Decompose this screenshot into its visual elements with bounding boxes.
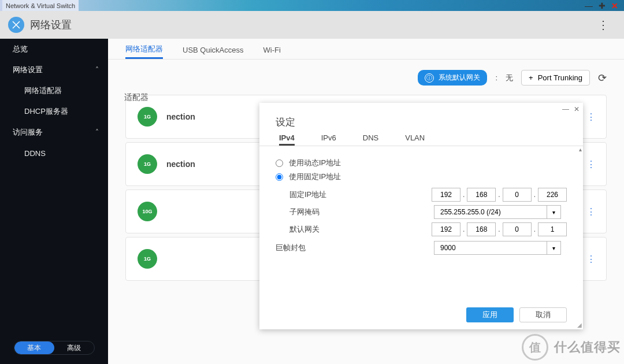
- modal-tab-row: IPv4 IPv6 DNS VLAN: [259, 133, 583, 146]
- resize-grip-icon[interactable]: ◢: [577, 322, 582, 328]
- chevron-up-icon: ˄: [95, 128, 99, 136]
- gateway-group: . . .: [432, 222, 567, 236]
- row-gateway: 默认网关 . . .: [289, 222, 567, 236]
- chevron-down-icon[interactable]: ▾: [547, 242, 560, 254]
- jumbo-value: 9000: [434, 242, 547, 254]
- gw-octet-4[interactable]: [538, 222, 567, 236]
- watermark: 值 什么值得买: [522, 334, 621, 361]
- sidebar-top: 总览 网络设置˄ 网络适配器 DHCP服务器 访问服务˄ DDNS: [0, 39, 108, 164]
- ip-octet-2[interactable]: [467, 188, 496, 202]
- sidebar-item-network[interactable]: 网络设置˄: [0, 60, 108, 80]
- label-subnet: 子网掩码: [289, 207, 434, 217]
- sidebar-item-dhcp[interactable]: DHCP服务器: [0, 101, 108, 122]
- nic-icon: 1G: [138, 249, 157, 269]
- sidebar-item-label: 网络设置: [13, 65, 43, 75]
- radio-static-row[interactable]: 使用固定IP地址: [276, 172, 567, 182]
- modal-close-icon[interactable]: ✕: [574, 105, 580, 113]
- modal-title: 设定: [259, 116, 583, 133]
- subnet-select[interactable]: 255.255.255.0 (/24) ▾: [434, 205, 561, 219]
- radio-dynamic-label: 使用动态IP地址: [289, 158, 341, 168]
- sidebar-item-adapters[interactable]: 网络适配器: [0, 80, 108, 101]
- chevron-down-icon[interactable]: ▾: [547, 206, 560, 218]
- nic-icon: 10G: [138, 202, 157, 221]
- row-subnet: 子网掩码 255.255.255.0 (/24) ▾: [289, 205, 567, 219]
- scroll-up-icon[interactable]: ▴: [579, 146, 582, 153]
- mode-toggle: 基本 高级: [14, 341, 95, 355]
- sidebar-bottom: 基本 高级: [0, 335, 108, 364]
- network-icon: [8, 17, 24, 33]
- modal-tab-ipv6[interactable]: IPv6: [321, 133, 336, 146]
- gw-octet-1[interactable]: [432, 222, 460, 236]
- label-jumbo: 巨帧封包: [276, 243, 434, 253]
- app-header: 网络设置 ⋮: [0, 11, 624, 39]
- gw-octet-3[interactable]: [503, 222, 532, 236]
- card-more-icon[interactable]: ⋮: [583, 155, 599, 173]
- label-fixed-ip: 固定IP地址: [289, 190, 432, 200]
- tab-wifi[interactable]: Wi-Fi: [263, 46, 280, 59]
- window-close-button[interactable]: ✕: [611, 1, 618, 10]
- radio-static[interactable]: [276, 173, 283, 181]
- fixed-ip-group: . . .: [432, 188, 567, 202]
- window-minimize-button[interactable]: —: [585, 1, 593, 10]
- mode-basic-button[interactable]: 基本: [14, 341, 54, 354]
- nic-icon: 1G: [138, 154, 157, 174]
- adapter-name-suffix: nection: [166, 159, 195, 169]
- window-maximize-button[interactable]: ✚: [599, 1, 606, 10]
- ip-octet-3[interactable]: [503, 188, 532, 202]
- radio-static-label: 使用固定IP地址: [289, 172, 341, 182]
- apply-button[interactable]: 应用: [466, 307, 514, 322]
- page-title: 网络设置: [30, 18, 72, 32]
- port-trunking-label: Port Trunking: [538, 73, 582, 82]
- tab-usb[interactable]: USB QuickAccess: [183, 46, 243, 59]
- ip-octet-4[interactable]: [538, 188, 567, 202]
- modal-footer: 应用 取消: [259, 302, 583, 329]
- radio-dynamic-row[interactable]: 使用动态IP地址: [276, 158, 567, 168]
- static-fields: 固定IP地址 . . . 子网掩码 255.255.255.0 (/: [289, 188, 567, 236]
- plus-icon: +: [529, 73, 533, 82]
- cancel-button[interactable]: 取消: [519, 307, 567, 322]
- tab-row: 网络适配器 USB QuickAccess Wi-Fi: [108, 39, 624, 60]
- tab-adapters[interactable]: 网络适配器: [125, 44, 163, 59]
- card-more-icon[interactable]: ⋮: [583, 108, 599, 126]
- modal-tab-ipv4[interactable]: IPv4: [279, 133, 295, 146]
- radio-dynamic[interactable]: [276, 159, 283, 167]
- gateway-icon: ⓘ: [425, 73, 434, 83]
- colon: :: [495, 73, 497, 82]
- jumbo-select[interactable]: 9000 ▾: [434, 241, 561, 255]
- subnet-value: 255.255.255.0 (/24): [434, 206, 547, 218]
- header-left: 网络设置: [8, 17, 72, 33]
- window-title-bar: Network & Virtual Switch — ✚ ✕: [0, 0, 624, 11]
- header-more-icon[interactable]: ⋮: [597, 18, 609, 32]
- app-root: 网络设置 ⋮ 总览 网络设置˄ 网络适配器 DHCP服务器 访问服务˄ DDNS…: [0, 11, 624, 364]
- gateway-pill[interactable]: ⓘ 系统默认网关: [418, 70, 487, 86]
- gateway-label: 系统默认网关: [439, 73, 480, 83]
- modal-controls: — ✕: [259, 103, 583, 116]
- modal-tab-vlan[interactable]: VLAN: [405, 133, 425, 146]
- sidebar-item-label: DDNS: [24, 149, 46, 158]
- card-more-icon[interactable]: ⋮: [583, 250, 599, 268]
- watermark-badge: 值: [522, 334, 548, 361]
- port-trunking-button[interactable]: + Port Trunking: [521, 70, 590, 86]
- main-pane: 网络适配器 USB QuickAccess Wi-Fi ⓘ 系统默认网关 : 无…: [108, 39, 624, 364]
- window-title: Network & Virtual Switch: [2, 0, 79, 11]
- settings-modal: — ✕ 设定 IPv4 IPv6 DNS VLAN ▴ 使用动态IP地址: [259, 103, 583, 329]
- label-gateway: 默认网关: [289, 224, 432, 235]
- modal-tab-dns[interactable]: DNS: [363, 133, 378, 146]
- sidebar-item-label: DHCP服务器: [24, 106, 68, 117]
- modal-minimize-icon[interactable]: —: [562, 105, 569, 113]
- nic-icon: 1G: [138, 107, 157, 127]
- ip-octet-1[interactable]: [432, 188, 460, 202]
- refresh-icon[interactable]: ⟳: [598, 72, 607, 84]
- sidebar-item-label: 网络适配器: [24, 86, 62, 96]
- card-more-icon[interactable]: ⋮: [583, 203, 599, 221]
- sidebar-item-overview[interactable]: 总览: [0, 39, 108, 60]
- app-body: 总览 网络设置˄ 网络适配器 DHCP服务器 访问服务˄ DDNS 基本 高级 …: [0, 39, 624, 364]
- row-jumbo: 巨帧封包 9000 ▾: [276, 241, 567, 255]
- mode-advanced-button[interactable]: 高级: [54, 341, 94, 354]
- modal-body: ▴ 使用动态IP地址 使用固定IP地址 固定IP地址 .: [259, 146, 583, 302]
- sidebar-item-label: 访问服务: [13, 127, 43, 138]
- gw-octet-2[interactable]: [467, 222, 496, 236]
- sidebar-item-ddns[interactable]: DDNS: [0, 143, 108, 164]
- sidebar: 总览 网络设置˄ 网络适配器 DHCP服务器 访问服务˄ DDNS 基本 高级: [0, 39, 108, 364]
- sidebar-item-access[interactable]: 访问服务˄: [0, 122, 108, 143]
